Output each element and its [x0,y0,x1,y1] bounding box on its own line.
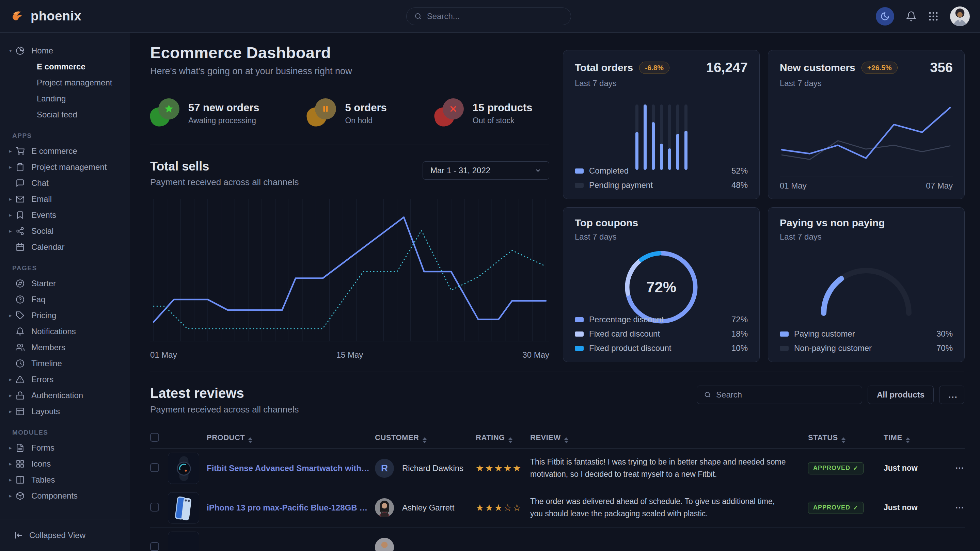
legend-value: 52% [732,166,748,176]
share-icon [16,227,24,235]
global-search[interactable] [406,8,571,25]
stat-sub: Out of stock [473,116,533,125]
caret-right-icon: ▸ [9,228,12,234]
sidebar-subitem-landing[interactable]: Landing [0,91,130,106]
legend-value: 48% [732,180,748,190]
row-checkbox[interactable] [150,463,159,472]
row-more-button[interactable]: ⋯ [935,449,965,488]
sidebar-item-forms[interactable]: ▸Forms [0,440,130,456]
row-checkbox[interactable] [150,503,159,511]
sidebar-item-e-commerce[interactable]: ▸E commerce [0,143,130,159]
mail-icon [16,195,26,203]
column-header-time[interactable]: TIME [884,428,935,449]
select-all-checkbox[interactable] [150,433,159,442]
sidebar-item-timeline[interactable]: Timeline [0,355,130,371]
sidebar-item-calendar[interactable]: Calendar [0,239,130,255]
column-header-customer[interactable]: CUSTOMER [375,428,476,449]
columns-icon [16,475,26,484]
row-more-button[interactable]: ⋯ [935,488,965,527]
column-header-product[interactable]: PRODUCT [168,428,375,449]
x-tick-label: 30 May [522,350,549,360]
sidebar-item-pricing[interactable]: ▸Pricing [0,307,130,323]
order-stats-row: 57 new ordersAwating processing5 ordersO… [150,98,549,128]
date-range-select[interactable]: Mar 1 - 31, 2022 [423,161,549,180]
legend-label: Paying customer [794,329,855,339]
legend-chip [575,317,584,322]
sidebar-subitem-e-commerce[interactable]: E commerce [0,59,130,75]
sidebar-section-modules: MODULES [0,419,130,440]
legend-chip [575,332,584,337]
pie-chart-icon [16,46,26,55]
notifications-button[interactable] [906,11,917,22]
sidebar-item-authentication[interactable]: ▸Authentication [0,387,130,403]
all-products-filter-button[interactable]: All products [868,386,934,404]
box-icon [16,491,24,500]
column-header-status[interactable]: STATUS [808,428,884,449]
sidebar-item-chat[interactable]: Chat [0,175,130,191]
reviews-title: Latest reviews [150,386,299,401]
sidebar-item-events[interactable]: ▸Events [0,207,130,223]
moon-icon [880,11,890,21]
sidebar-item-social[interactable]: ▸Social [0,223,130,239]
main-content: Ecommerce Dashboard Here's what's going … [130,33,980,551]
sidebar-item-members[interactable]: Members [0,339,130,355]
sidebar-item-starter[interactable]: Starter [0,275,130,291]
sidebar-item-label: Tables [31,475,55,484]
trend-badge: -6.8% [639,62,670,74]
sidebar-item-components[interactable]: ▸Components [0,488,130,504]
global-search-input[interactable] [427,11,563,21]
cart-icon [16,147,24,156]
row-checkbox[interactable] [150,542,159,551]
brand[interactable]: phoenix [10,8,81,24]
legend-label: Completed [589,166,628,176]
table-row [150,527,965,551]
dark-mode-toggle[interactable] [876,7,894,25]
reviews-search[interactable] [697,386,862,404]
legend-row: Paying customer30% [780,329,953,339]
column-header-review[interactable]: REVIEW [530,428,808,449]
sidebar-item-home[interactable]: ▾Home [0,43,130,59]
x-icon [443,98,464,119]
sidebar-item-email[interactable]: ▸Email [0,191,130,207]
sidebar-item-faq[interactable]: Faq [0,291,130,307]
sidebar-item-tables[interactable]: ▸Tables [0,472,130,488]
sidebar-subitem-project-management[interactable]: Project management [0,75,130,91]
reviews-search-input[interactable] [716,390,855,400]
file-icon [16,443,24,452]
bell-icon [16,327,24,336]
collapse-sidebar-button[interactable]: Collapsed View [0,519,130,551]
legend-value: 70% [936,343,953,353]
user-avatar[interactable] [950,6,970,26]
rating-stars: ★★★★★ [476,463,522,473]
share-icon [16,227,26,235]
card-period: Last 7 days [575,79,748,88]
sidebar-item-notifications[interactable]: Notifications [0,323,130,339]
caret-right-icon: ▸ [9,313,12,319]
bar [660,105,663,170]
bar [668,105,671,170]
apps-menu-button[interactable] [928,11,939,21]
stat-sub: Awating processing [188,116,259,125]
calendar-icon [16,243,26,251]
product-link[interactable]: iPhone 13 pro max-Pacific Blue-128GB sto… [207,503,370,513]
card-title: Paying vs non paying [780,217,885,229]
sidebar-item-label: Forms [31,443,54,453]
status-badge: APPROVED ✓ [808,462,864,475]
sidebar-item-errors[interactable]: ▸Errors [0,371,130,387]
paying-gauge-chart [780,259,953,318]
reviews-more-button[interactable]: ... [939,386,964,404]
column-header-rating[interactable]: RATING [476,428,530,449]
grid-dots-icon [928,11,939,21]
sidebar-item-layouts[interactable]: ▸Layouts [0,403,130,419]
legend-value: 18% [732,329,748,339]
customer-name: Ashley Garrett [402,503,454,513]
sidebar-subitem-social-feed[interactable]: Social feed [0,106,130,122]
sidebar-item-label: Project management [31,162,107,172]
legend-label: Fixed card discount [589,329,660,339]
product-link[interactable]: Fitbit Sense Advanced Smartwatch with To… [207,464,370,473]
sidebar-item-icons[interactable]: ▸Icons [0,456,130,472]
legend-value: 10% [732,343,748,353]
legend-chip [780,332,789,337]
chat-icon [16,179,26,187]
sidebar-item-project-management[interactable]: ▸Project management [0,159,130,175]
